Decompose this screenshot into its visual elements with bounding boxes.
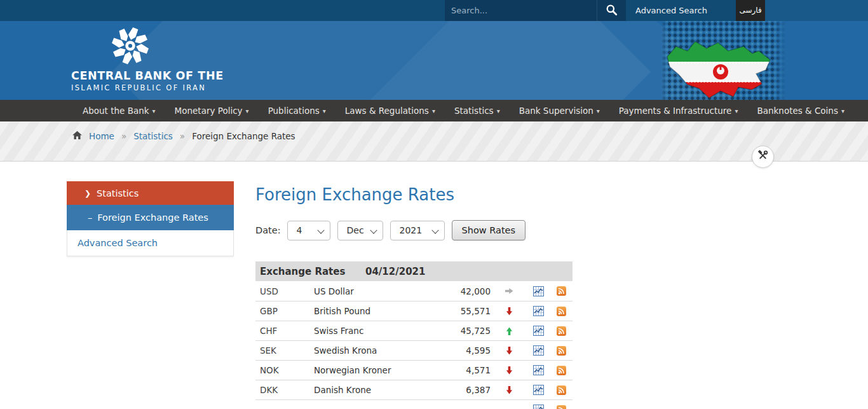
- chart-history-icon[interactable]: [527, 286, 550, 296]
- accessibility-tools-button[interactable]: [752, 146, 774, 168]
- chevron-down-icon: ▾: [841, 107, 844, 114]
- magnifier-icon: [606, 4, 618, 18]
- topbar-right-strip: [765, 0, 868, 21]
- dash-icon: –: [88, 212, 92, 223]
- currency-name: Swiss Franc: [314, 326, 435, 336]
- chevron-down-icon: ▾: [323, 107, 326, 114]
- rate-row: USD US Dollar 42,000: [255, 281, 573, 301]
- top-utility-bar: Advanced Search فارسی: [0, 0, 868, 21]
- hammer-wrench-icon: [757, 150, 768, 163]
- search-button[interactable]: [597, 0, 626, 21]
- chart-history-icon[interactable]: [527, 385, 550, 395]
- nav-item-label: Laws & Regulations: [345, 106, 429, 116]
- sidebar-menu: ❯ Statistics – Foreign Exchange Rates Ad…: [67, 181, 234, 256]
- site-header: CENTRAL BANK OF THE ISLAMIC REPUBLIC OF …: [0, 21, 868, 100]
- sidebar-advanced-search-label: Advanced Search: [78, 238, 158, 248]
- nav-item-label: Banknotes & Coins: [757, 106, 838, 116]
- chart-history-icon[interactable]: [527, 365, 550, 375]
- year-select[interactable]: 2021: [390, 221, 445, 240]
- bank-name-line1: CENTRAL BANK OF THE: [71, 69, 262, 82]
- nav-item-label: Payments & Infrastructure: [619, 106, 732, 116]
- rate-row: DKK Danish Krone 6,387: [255, 380, 573, 399]
- date-selector-row: Date: 4 Dec 2021 Show Rates: [255, 220, 573, 240]
- day-select[interactable]: 4: [287, 221, 330, 240]
- date-label: Date:: [255, 225, 281, 235]
- bank-name-line2: ISLAMIC REPUBLIC OF IRAN: [71, 83, 262, 92]
- sidebar-item-statistics[interactable]: ❯ Statistics: [67, 181, 234, 205]
- rate-value: 4,595: [435, 345, 492, 356]
- advanced-search-link[interactable]: Advanced Search: [635, 0, 707, 21]
- rate-value: 6,387: [435, 385, 492, 395]
- nav-item[interactable]: Bank Supervision ▾: [519, 106, 600, 116]
- rss-feed-icon[interactable]: [550, 286, 573, 296]
- rate-value: 45,725: [435, 326, 492, 336]
- currency-code: DKK: [255, 385, 314, 395]
- home-icon[interactable]: [72, 131, 82, 141]
- sidebar-item-foreign-exchange-rates[interactable]: – Foreign Exchange Rates: [67, 205, 234, 230]
- nav-item-label: Publications: [268, 106, 320, 116]
- breadcrumb-current-page: Foreign Exchange Rates: [192, 131, 295, 141]
- breadcrumb-statistics-link[interactable]: Statistics: [133, 131, 173, 141]
- table-date: 04/12/2021: [365, 266, 425, 277]
- rss-feed-icon[interactable]: [550, 366, 573, 375]
- breadcrumb-separator: »: [180, 131, 185, 141]
- nav-item[interactable]: Publications ▾: [268, 106, 326, 116]
- rss-feed-icon[interactable]: [550, 326, 573, 336]
- nav-item-label: Bank Supervision: [519, 106, 593, 116]
- chevron-down-icon: ▾: [497, 107, 500, 114]
- site-search: [445, 0, 626, 21]
- trend-arrow-icon: [492, 366, 527, 375]
- nav-item[interactable]: Banknotes & Coins ▾: [757, 106, 844, 116]
- chevron-down-icon: ▾: [597, 107, 600, 114]
- rate-row: GBP British Pound 55,571: [255, 301, 573, 321]
- chevron-down-icon: ▾: [735, 107, 738, 114]
- main-navigation: About the Bank ▾ Monetary Policy ▾ Publi…: [0, 100, 868, 121]
- rss-feed-icon[interactable]: [550, 385, 573, 395]
- nav-item[interactable]: Payments & Infrastructure ▾: [619, 106, 738, 116]
- cbi-logo[interactable]: CENTRAL BANK OF THE ISLAMIC REPUBLIC OF …: [71, 26, 262, 92]
- nav-item[interactable]: Laws & Regulations ▾: [345, 106, 435, 116]
- sidebar-item-advanced-search[interactable]: Advanced Search: [67, 230, 234, 256]
- chart-history-icon[interactable]: [527, 405, 550, 409]
- currency-name: British Pound: [314, 306, 435, 316]
- page-title: Foreign Exchange Rates: [255, 185, 573, 204]
- nav-item[interactable]: Monetary Policy ▾: [175, 106, 249, 116]
- rate-value: 42,000: [435, 286, 492, 296]
- show-rates-button[interactable]: Show Rates: [452, 220, 526, 240]
- month-select-wrap: Dec: [337, 221, 383, 240]
- chevron-down-icon: ▾: [153, 107, 156, 114]
- breadcrumb-home-link[interactable]: Home: [89, 131, 114, 141]
- rss-feed-icon[interactable]: [550, 346, 573, 356]
- chart-history-icon[interactable]: [527, 345, 550, 356]
- rate-row: [255, 399, 573, 409]
- currency-name: US Dollar: [314, 286, 435, 296]
- language-switch-farsi[interactable]: فارسی: [736, 0, 765, 21]
- chart-history-icon[interactable]: [527, 306, 550, 316]
- trend-arrow-icon: [492, 327, 527, 335]
- nav-item[interactable]: About the Bank ▾: [83, 106, 156, 116]
- exchange-rates-table: Exchange Rates 04/12/2021 USD US Dollar …: [255, 261, 573, 409]
- month-select[interactable]: Dec: [337, 221, 383, 240]
- currency-code: NOK: [255, 365, 314, 375]
- rate-row: CHF Swiss Franc 45,725: [255, 321, 573, 340]
- table-header-row: Exchange Rates 04/12/2021: [255, 261, 573, 281]
- rate-row: SEK Swedish Krona 4,595: [255, 340, 573, 360]
- chart-history-icon[interactable]: [527, 326, 550, 336]
- table-title: Exchange Rates: [255, 266, 365, 277]
- currency-code: USD: [255, 286, 314, 296]
- page-content: ❯ Statistics – Foreign Exchange Rates Ad…: [0, 162, 868, 409]
- trend-arrow-icon: [492, 307, 527, 315]
- search-input[interactable]: [445, 0, 597, 21]
- currency-code: GBP: [255, 306, 314, 316]
- rss-feed-icon[interactable]: [550, 307, 573, 316]
- nav-item[interactable]: Statistics ▾: [454, 106, 500, 116]
- table-body: USD US Dollar 42,000: [255, 281, 573, 409]
- rss-feed-icon[interactable]: [550, 405, 573, 409]
- cbi-emblem-icon: [111, 26, 262, 68]
- nav-item-label: Statistics: [454, 106, 494, 116]
- breadcrumb-band: Home » Statistics » Foreign Exchange Rat…: [0, 121, 868, 162]
- rate-value: 4,571: [435, 365, 492, 375]
- currency-code: SEK: [255, 345, 314, 356]
- trend-arrow-icon: [492, 287, 527, 295]
- sidebar-fer-label: Foreign Exchange Rates: [97, 212, 208, 223]
